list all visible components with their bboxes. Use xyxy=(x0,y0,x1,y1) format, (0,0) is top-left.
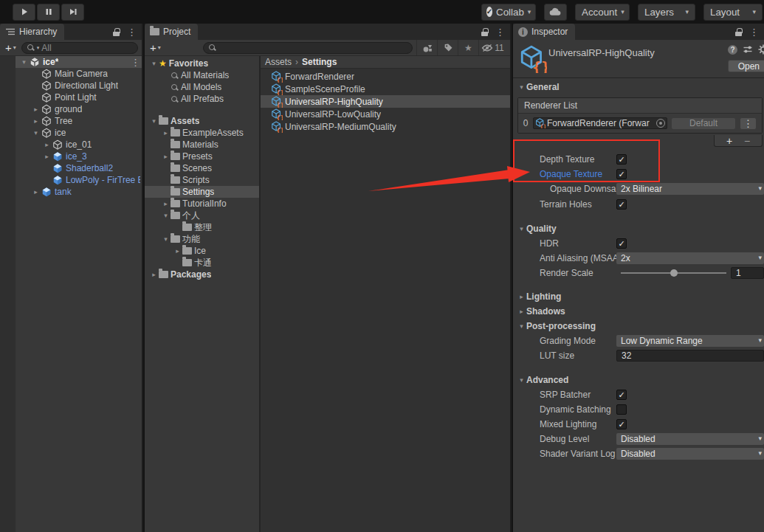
foldout-arrow-icon[interactable] xyxy=(31,129,41,137)
folder-item[interactable]: Scenes xyxy=(145,162,259,174)
foldout-arrow-icon[interactable] xyxy=(149,117,159,125)
depth-texture-checkbox[interactable]: ✓ xyxy=(616,154,627,165)
hierarchy-item[interactable]: ice_01 xyxy=(16,139,142,151)
mixed-lighting-checkbox[interactable]: ✓ xyxy=(616,419,627,429)
asset-item[interactable]: UniversalRP-LowQuality xyxy=(261,108,510,120)
breadcrumb-current[interactable]: Settings xyxy=(302,57,337,67)
foldout-arrow-icon[interactable] xyxy=(161,129,171,137)
tab-hierarchy[interactable]: Hierarchy xyxy=(0,24,64,40)
foldout-arrow-icon[interactable] xyxy=(19,58,29,66)
search-by-type-button[interactable] xyxy=(416,40,437,55)
hierarchy-item[interactable]: LowPoly - FirTree E xyxy=(16,174,142,186)
grading-mode-dropdown[interactable]: Low Dynamic Range xyxy=(616,335,764,347)
asset-item[interactable]: SampleSceneProfile xyxy=(261,83,510,95)
section-general[interactable]: General xyxy=(513,80,764,94)
foldout-arrow-icon[interactable] xyxy=(149,60,159,67)
section-shadows[interactable]: Shadows xyxy=(513,304,764,319)
renderer-object-field[interactable]: ForwardRenderer (Forwar xyxy=(533,117,667,129)
favorites-root[interactable]: Favorites xyxy=(145,58,259,69)
layers-dropdown[interactable]: Layers xyxy=(638,4,695,21)
hierarchy-item[interactable]: Point Light xyxy=(16,91,142,103)
lut-size-input[interactable]: 32 xyxy=(616,350,764,362)
hierarchy-scene-row[interactable]: ice* xyxy=(16,56,142,68)
project-search-input[interactable] xyxy=(203,42,413,54)
assets-root-folder[interactable]: Assets xyxy=(145,115,259,127)
play-button[interactable] xyxy=(13,4,35,21)
hierarchy-search-input[interactable]: All xyxy=(21,42,138,54)
kebab-icon[interactable] xyxy=(127,27,137,38)
foldout-arrow-icon[interactable] xyxy=(161,235,171,243)
hierarchy-item[interactable]: ice xyxy=(16,127,142,139)
hierarchy-item[interactable]: Tree xyxy=(16,115,142,127)
hierarchy-item[interactable]: ice_3 xyxy=(16,151,142,162)
foldout-arrow-icon[interactable] xyxy=(161,200,171,207)
breadcrumb-root[interactable]: Assets xyxy=(265,57,292,67)
save-search-button[interactable] xyxy=(458,40,478,55)
folder-item[interactable]: 整理 xyxy=(145,221,259,233)
lock-icon[interactable] xyxy=(481,28,489,36)
foldout-arrow-icon[interactable] xyxy=(31,117,41,125)
debug-level-dropdown[interactable]: Disabled xyxy=(616,433,764,445)
asset-item[interactable]: UniversalRP-MediumQuality xyxy=(261,120,510,133)
kebab-icon[interactable] xyxy=(495,27,505,38)
foldout-arrow-icon[interactable] xyxy=(149,271,159,278)
foldout-arrow-icon[interactable] xyxy=(173,247,182,255)
hidden-packages-toggle[interactable]: 11 xyxy=(478,40,506,55)
shader-variant-log-dropdown[interactable]: Disabled xyxy=(616,448,764,460)
foldout-arrow-icon[interactable] xyxy=(161,212,171,219)
foldout-arrow-icon[interactable] xyxy=(42,141,52,148)
render-scale-slider[interactable] xyxy=(619,267,728,279)
create-menu-button[interactable]: + xyxy=(4,41,18,54)
hierarchy-item[interactable]: Directional Light xyxy=(16,80,142,91)
cloud-button[interactable] xyxy=(544,4,567,21)
opaque-downsampling-dropdown[interactable]: 2x Bilinear xyxy=(616,183,764,195)
asset-item-selected[interactable]: UniversalRP-HighQuality xyxy=(261,95,510,108)
kebab-icon[interactable] xyxy=(740,117,757,130)
foldout-arrow-icon[interactable] xyxy=(31,188,41,196)
folder-item[interactable]: Presets xyxy=(145,151,259,162)
account-dropdown[interactable]: Account xyxy=(575,4,630,21)
create-menu-button[interactable]: + xyxy=(148,41,162,54)
folder-item[interactable]: TutorialInfo xyxy=(145,198,259,210)
tab-project[interactable]: Project xyxy=(145,24,198,40)
folder-item[interactable]: 卡通 xyxy=(145,257,259,269)
asset-item[interactable]: ForwardRenderer xyxy=(261,70,510,83)
terrain-holes-checkbox[interactable]: ✓ xyxy=(616,199,627,210)
folder-item[interactable]: 功能 xyxy=(145,233,259,245)
folder-item[interactable]: ExampleAssets xyxy=(145,127,259,139)
folder-item[interactable]: Scripts xyxy=(145,174,259,186)
section-quality[interactable]: Quality xyxy=(513,221,764,236)
opaque-texture-checkbox[interactable]: ✓ xyxy=(616,169,627,179)
pause-button[interactable] xyxy=(37,4,60,21)
foldout-arrow-icon[interactable] xyxy=(42,153,52,160)
hdr-checkbox[interactable]: ✓ xyxy=(616,238,627,249)
favorite-item[interactable]: All Prefabs xyxy=(145,93,259,105)
srp-batcher-checkbox[interactable]: ✓ xyxy=(616,390,627,400)
folder-item[interactable]: Ice xyxy=(145,245,259,257)
folder-item[interactable]: 个人 xyxy=(145,210,259,221)
lock-icon[interactable] xyxy=(735,28,743,36)
hierarchy-item[interactable]: Shaderball2 xyxy=(16,162,142,174)
lock-icon[interactable] xyxy=(113,28,120,36)
hierarchy-item[interactable]: tank xyxy=(16,186,142,198)
kebab-icon[interactable] xyxy=(131,57,140,68)
help-icon[interactable] xyxy=(728,45,737,55)
section-post-processing[interactable]: Post-processing xyxy=(513,319,764,334)
slider-handle[interactable] xyxy=(670,269,678,277)
remove-button[interactable]: − xyxy=(744,135,750,147)
add-button[interactable]: + xyxy=(726,135,732,147)
collab-dropdown[interactable]: Collab xyxy=(481,4,536,21)
section-lighting[interactable]: Lighting xyxy=(513,289,764,304)
favorite-item[interactable]: All Materials xyxy=(145,69,259,81)
foldout-arrow-icon[interactable] xyxy=(161,153,171,160)
foldout-arrow-icon[interactable] xyxy=(31,106,41,113)
render-scale-value[interactable]: 1 xyxy=(731,267,764,279)
gear-icon[interactable] xyxy=(758,44,764,55)
tab-inspector[interactable]: i Inspector xyxy=(513,24,575,40)
default-button[interactable]: Default xyxy=(671,117,736,130)
object-picker-icon[interactable] xyxy=(656,119,665,128)
dynamic-batching-checkbox[interactable] xyxy=(616,404,627,415)
folder-item[interactable]: Materials xyxy=(145,139,259,151)
search-by-label-button[interactable] xyxy=(437,40,458,55)
packages-root[interactable]: Packages xyxy=(145,269,259,280)
